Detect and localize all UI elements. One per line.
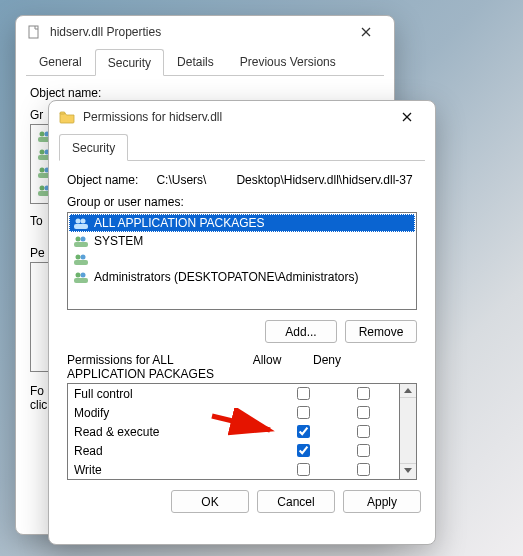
svg-point-21 — [76, 236, 81, 241]
close-button-bg[interactable] — [348, 18, 384, 46]
pe-stub: Pe — [30, 246, 45, 260]
apply-button[interactable]: Apply — [343, 490, 421, 513]
list-item-label: SYSTEM — [94, 234, 143, 248]
deny-checkbox-read[interactable] — [357, 444, 370, 457]
file-icon — [26, 24, 42, 40]
titlebar-fg: Permissions for hidserv.dll — [49, 101, 435, 133]
svg-rect-26 — [74, 260, 88, 265]
titlebar-bg: hidserv.dll Properties — [16, 16, 394, 48]
object-name-label-bg: Object name: — [30, 86, 101, 100]
permissions-header: Permissions for ALL APPLICATION PACKAGES — [67, 353, 237, 381]
group-icon — [73, 233, 89, 249]
folder-icon — [59, 109, 75, 125]
group-label-stub: Gr — [30, 108, 43, 122]
allow-checkbox-read[interactable] — [297, 444, 310, 457]
remove-button[interactable]: Remove — [345, 320, 417, 343]
svg-point-25 — [81, 254, 86, 259]
allow-checkbox-full-control[interactable] — [297, 387, 310, 400]
tab-general[interactable]: General — [26, 48, 95, 75]
deny-checkbox-modify[interactable] — [357, 406, 370, 419]
svg-point-22 — [81, 236, 86, 241]
add-button[interactable]: Add... — [265, 320, 337, 343]
tabs-bg: General Security Details Previous Versio… — [16, 48, 394, 75]
svg-point-19 — [81, 218, 86, 223]
window-title: hidserv.dll Properties — [50, 25, 161, 39]
svg-point-27 — [76, 272, 81, 277]
allow-header: Allow — [237, 353, 297, 381]
list-item[interactable]: SYSTEM — [69, 232, 415, 250]
scroll-down-icon[interactable] — [400, 463, 416, 477]
table-row: Modify — [68, 403, 399, 422]
svg-marker-30 — [404, 388, 412, 393]
scrollbar[interactable] — [400, 383, 417, 480]
permissions-table: Full control Modify Read & execute Read — [67, 383, 400, 480]
list-item[interactable] — [69, 250, 415, 268]
allow-checkbox-modify[interactable] — [297, 406, 310, 419]
svg-point-3 — [40, 132, 45, 137]
tab-details[interactable]: Details — [164, 48, 227, 75]
ok-button[interactable]: OK — [171, 490, 249, 513]
allow-checkbox-read-execute[interactable] — [297, 425, 310, 438]
svg-point-18 — [76, 218, 81, 223]
group-icon — [73, 251, 89, 267]
perm-label: Modify — [74, 406, 273, 420]
table-row: Full control — [68, 384, 399, 403]
group-icon — [73, 269, 89, 285]
perm-label: Write — [74, 463, 273, 477]
deny-checkbox-read-execute[interactable] — [357, 425, 370, 438]
svg-point-9 — [40, 168, 45, 173]
groups-listbox[interactable]: ALL APPLICATION PACKAGES SYSTEM Administ… — [67, 212, 417, 310]
svg-point-28 — [81, 272, 86, 277]
svg-point-12 — [40, 186, 45, 191]
perm-label: Full control — [74, 387, 273, 401]
table-row: Read — [68, 441, 399, 460]
svg-rect-0 — [29, 26, 38, 38]
tab-security[interactable]: Security — [95, 49, 164, 76]
to-stub: To — [30, 214, 43, 228]
group-icon — [73, 215, 89, 231]
fo-stub: Fo — [30, 384, 44, 398]
svg-rect-29 — [74, 278, 88, 283]
svg-marker-31 — [404, 468, 412, 473]
table-row: Write — [68, 460, 399, 479]
deny-checkbox-full-control[interactable] — [357, 387, 370, 400]
svg-rect-20 — [74, 224, 88, 229]
list-item-label: Administrators (DESKTOPATONE\Administrat… — [94, 270, 359, 284]
clic-stub: clic — [30, 398, 47, 412]
tab-previous-versions[interactable]: Previous Versions — [227, 48, 349, 75]
object-name-label: Object name: — [67, 173, 138, 187]
perm-label: Read — [74, 444, 273, 458]
object-path-left: C:\Users\ — [156, 173, 206, 187]
svg-rect-23 — [74, 242, 88, 247]
svg-point-6 — [40, 150, 45, 155]
close-button-fg[interactable] — [389, 103, 425, 131]
list-item[interactable]: ALL APPLICATION PACKAGES — [69, 214, 415, 232]
permissions-window: Permissions for hidserv.dll Security Obj… — [48, 100, 436, 545]
tab-security-fg[interactable]: Security — [59, 134, 128, 161]
table-row: Read & execute — [68, 422, 399, 441]
svg-point-24 — [76, 254, 81, 259]
perm-label: Read & execute — [74, 425, 273, 439]
object-path-right: Desktop\Hidserv.dll\hidserv.dll-37 — [236, 173, 412, 187]
tabs-fg: Security — [49, 133, 435, 160]
allow-checkbox-write[interactable] — [297, 463, 310, 476]
scroll-up-icon[interactable] — [400, 384, 416, 398]
list-item[interactable]: Administrators (DESKTOPATONE\Administrat… — [69, 268, 415, 286]
group-label: Group or user names: — [67, 195, 184, 209]
dialog-buttons: OK Cancel Apply — [49, 480, 435, 527]
cancel-button[interactable]: Cancel — [257, 490, 335, 513]
list-item-label: ALL APPLICATION PACKAGES — [94, 216, 265, 230]
fg-content: Object name: C:\Users\ Desktop\Hidserv.d… — [49, 161, 435, 480]
deny-header: Deny — [297, 353, 357, 381]
svg-rect-15 — [60, 112, 65, 114]
window-title-fg: Permissions for hidserv.dll — [83, 110, 222, 124]
deny-checkbox-write[interactable] — [357, 463, 370, 476]
